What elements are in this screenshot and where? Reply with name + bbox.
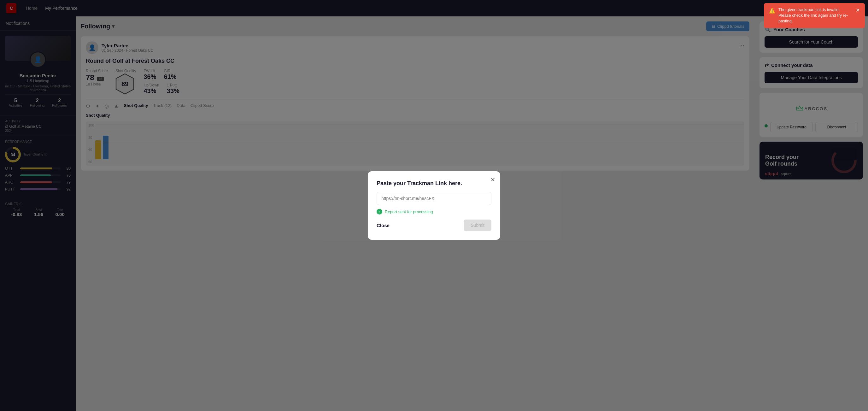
modal-success-message: ✓ Report sent for processing: [377, 209, 491, 215]
error-toast: ⚠️ The given trackman link is invalid. P…: [764, 3, 865, 28]
modal-close-button[interactable]: Close: [377, 223, 390, 228]
trackman-link-input[interactable]: [377, 192, 491, 205]
modal-overlay: Paste your Trackman Link here. ✕ ✓ Repor…: [0, 0, 868, 411]
success-checkmark: ✓: [377, 209, 382, 215]
modal-title: Paste your Trackman Link here.: [377, 180, 491, 187]
modal-submit-button[interactable]: Submit: [464, 220, 491, 231]
toast-message: The given trackman link is invalid. Plea…: [778, 7, 852, 24]
modal-close-x-button[interactable]: ✕: [491, 176, 495, 183]
warning-icon: ⚠️: [769, 7, 775, 14]
modal-actions: Close Submit: [377, 220, 491, 231]
trackman-modal: Paste your Trackman Link here. ✕ ✓ Repor…: [368, 171, 500, 240]
toast-close-button[interactable]: ✕: [856, 7, 860, 14]
